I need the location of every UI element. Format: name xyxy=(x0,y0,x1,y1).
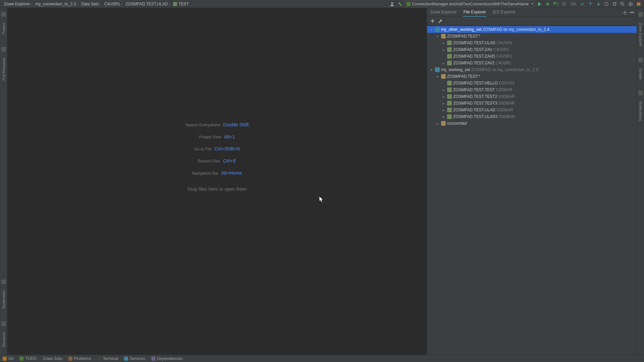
tree-label-suffix: C4USR1 xyxy=(495,61,511,65)
wrench-icon[interactable] xyxy=(438,19,443,23)
pull-requests-icon[interactable] xyxy=(1,47,6,52)
svg-point-10 xyxy=(624,12,626,13)
add-icon[interactable] xyxy=(430,19,435,23)
chevron-right-icon[interactable] xyxy=(441,108,446,112)
gradle-icon[interactable] xyxy=(638,58,643,62)
tree-dataset[interactable]: ZOSMFAD.TEST.ULAD2 D3DBAR xyxy=(427,113,637,120)
git-history-icon[interactable] xyxy=(603,1,610,7)
zowe-explorer-tool-button[interactable]: Zowe Explorer xyxy=(639,21,643,49)
chevron-right-icon[interactable] xyxy=(441,115,446,119)
tree-label: ZOSMFAD.TEST.ZAVD xyxy=(453,54,495,59)
git-update-icon[interactable] xyxy=(587,1,594,7)
pull-requests-tool-button[interactable]: Pull Requests xyxy=(2,56,6,82)
tool-settings-icon[interactable] xyxy=(623,10,627,15)
tab-jes-explorer[interactable]: JES Explorer xyxy=(491,8,516,16)
breadcrumb-member[interactable]: TEST xyxy=(172,2,190,6)
bottom-terminal-label: Terminal xyxy=(103,356,118,361)
hint-recent-files: Recent Files xyxy=(198,159,220,164)
code-with-me-icon[interactable] xyxy=(389,1,395,7)
svg-rect-7 xyxy=(637,2,641,3)
tree-dataset[interactable]: ZOSMFAD.TEST.TEST D3DBAR xyxy=(427,86,637,93)
tree-dataset[interactable]: ZOSMFAD.TEST.ZAVD C4USR1 xyxy=(427,53,637,60)
structure-icon[interactable] xyxy=(1,321,6,326)
stop-icon[interactable] xyxy=(560,1,567,7)
tree-dataset[interactable]: ZOSMFAD.TEST.ULAD D3DBAR xyxy=(427,107,637,113)
svg-rect-8 xyxy=(637,3,641,4)
chevron-down-icon[interactable] xyxy=(435,75,440,78)
tree-dataset[interactable]: ZOSMFAD.TEST.TEST3 D3DBAR xyxy=(427,100,637,107)
tree-label-suffix: ZOSMFAD on my_connection_to_2.3 xyxy=(471,67,538,72)
build-icon[interactable] xyxy=(397,1,404,7)
dependencies-icon xyxy=(151,357,155,361)
tree-mask[interactable]: ZOSMFAD.TEST.* xyxy=(427,73,637,80)
bottom-todo-label: TODO xyxy=(25,356,37,361)
tree-working-set[interactable]: my_working_set ZOSMFAD on my_connection_… xyxy=(427,66,637,73)
breadcrumb-datasets[interactable]: Data Sets xyxy=(80,2,103,6)
hint-project-view-key: Alt+1 xyxy=(224,134,235,139)
bottom-todo-button[interactable]: TODO xyxy=(19,356,37,361)
run-icon[interactable] xyxy=(536,1,543,7)
breadcrumb: Zowe Explorer my_connection_to_2.3 Data … xyxy=(0,2,190,6)
chevron-down-icon[interactable] xyxy=(429,28,434,32)
chevron-down-icon[interactable] xyxy=(435,35,440,38)
services-icon xyxy=(124,357,128,361)
tree-label-suffix: D3DBAR xyxy=(498,101,515,106)
notifications-tool-button[interactable]: Notifications xyxy=(639,99,643,123)
chevron-right-icon[interactable] xyxy=(441,48,446,52)
dataset-icon xyxy=(447,94,452,99)
tree-working-set[interactable]: my_other_working_set ZOSMFAD on my_conne… xyxy=(427,26,637,33)
structure-tool-button[interactable]: Structure xyxy=(2,330,6,349)
tree-dataset[interactable]: ZOSMFAD.TEST.ZAV C4USR1 xyxy=(427,46,637,53)
gradle-tool-button[interactable]: Gradle xyxy=(639,66,643,81)
chevron-right-icon[interactable] xyxy=(435,122,440,125)
tree-uss-path[interactable]: /u/zosmfad xyxy=(427,120,637,127)
settings-icon[interactable] xyxy=(627,1,634,7)
chevron-right-icon[interactable] xyxy=(441,95,446,99)
bookmarks-tool-button[interactable]: Bookmarks xyxy=(2,288,6,311)
git-commit-icon[interactable] xyxy=(579,1,586,7)
bottom-terminal-button[interactable]: Terminal xyxy=(97,356,118,361)
breadcrumb-connection[interactable]: my_connection_to_2.3 xyxy=(34,2,80,6)
chevron-right-icon[interactable] xyxy=(441,41,446,45)
git-push-icon[interactable] xyxy=(595,1,602,7)
dataset-icon xyxy=(447,87,452,92)
chevron-down-icon[interactable] xyxy=(429,68,434,72)
tree-mask[interactable]: ZOSMFAD.TEST.* xyxy=(427,33,637,40)
search-icon[interactable] xyxy=(619,1,626,7)
file-tree[interactable]: my_other_working_set ZOSMFAD on my_conne… xyxy=(427,25,637,355)
notifications-icon[interactable] xyxy=(638,90,643,95)
run-config-select[interactable]: ConnectionManager.testAddTwoConnectionsW… xyxy=(405,1,535,7)
coverage-icon[interactable] xyxy=(552,1,559,7)
tree-dataset[interactable]: ZOSMFAD.TEST.TEST2 D3DBAR xyxy=(427,93,637,100)
reload-icon[interactable] xyxy=(611,1,618,7)
bookmarks-icon[interactable] xyxy=(1,280,6,284)
breadcrumb-root[interactable]: Zowe Explorer xyxy=(3,2,34,6)
project-icon[interactable] xyxy=(1,12,6,17)
tree-dataset[interactable]: ZOSMFAD.TEST.ZAV2 C4USR1 xyxy=(427,60,637,66)
tab-file-explorer[interactable]: File Explorer xyxy=(463,8,487,16)
chevron-right-icon[interactable] xyxy=(441,61,446,65)
tree-label-suffix: D3SYS1 xyxy=(499,81,515,85)
hint-search-everywhere: Search Everywhere xyxy=(185,123,221,127)
chevron-right-icon[interactable] xyxy=(441,88,446,92)
bottom-zowe-jobs-button[interactable]: Zowe Jobs xyxy=(43,356,62,361)
tree-dataset[interactable]: ZOSMFAD.TEST.HELLO D3SYS1 xyxy=(427,80,637,86)
plugin-icon[interactable] xyxy=(635,1,642,7)
bottom-dependencies-button[interactable]: Dependencies xyxy=(151,356,183,361)
project-tool-button[interactable]: Project xyxy=(2,21,6,36)
tool-hide-icon[interactable] xyxy=(630,10,634,15)
tab-zowe-explorer[interactable]: Zowe Explorer: xyxy=(430,8,458,16)
debug-icon[interactable] xyxy=(544,1,551,7)
folder-icon xyxy=(441,121,446,126)
bottom-services-button[interactable]: Services xyxy=(124,356,145,361)
bottom-problems-button[interactable]: Problems xyxy=(68,356,91,361)
bottom-git-button[interactable]: Git xyxy=(3,356,13,361)
file-explorer-tool-window: Zowe Explorer: File Explorer JES Explore… xyxy=(427,8,637,355)
breadcrumb-volume[interactable]: C4USR1 xyxy=(103,2,124,6)
chevron-right-icon[interactable] xyxy=(441,102,446,105)
tree-dataset[interactable]: ZOSMFAD.TEST.ULAD C4USR1 xyxy=(427,40,637,46)
tree-label: ZOSMFAD.TEST.ZAV2 xyxy=(453,61,494,65)
dataset-icon xyxy=(447,101,452,106)
zowe-explorer-icon[interactable] xyxy=(638,12,643,17)
breadcrumb-dataset[interactable]: ZOSMFAD.TEST.ULAD xyxy=(124,2,172,6)
